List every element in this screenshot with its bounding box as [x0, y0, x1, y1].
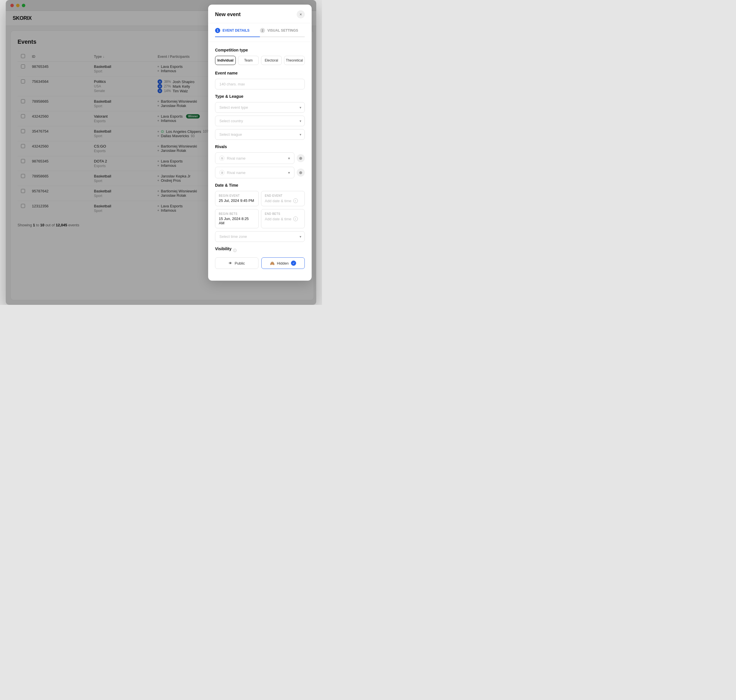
league-select-wrapper: Select league ▾: [215, 129, 305, 140]
rival-1-select[interactable]: ① Rival name ▾: [215, 152, 294, 164]
rivals-label: Rivals: [215, 144, 305, 149]
step-2[interactable]: 2 VISUAL SETTINGS: [260, 28, 305, 37]
begin-event-box[interactable]: BEGIN EVENT 25 Jul, 2024 9:45 PM: [215, 191, 259, 206]
public-eye-icon: 👁: [229, 261, 232, 265]
rivals-group: Rivals ① Rival name ▾ ⊕: [215, 144, 305, 178]
rival-2-select[interactable]: ② Rival name ▾: [215, 167, 294, 178]
hidden-selected-icon: ✓: [291, 260, 296, 266]
rival-1-add-button[interactable]: ⊕: [297, 154, 305, 162]
modal-header: New event ×: [208, 4, 311, 23]
date-time-label: Date & Time: [215, 183, 305, 188]
begin-bets-label: BEGIN BETS: [219, 212, 255, 215]
new-event-modal: New event × 1 EVENT DETAILS 2 VISUAL SET…: [208, 4, 311, 281]
end-bets-placeholder: Add date & time +: [265, 216, 301, 221]
visibility-group: Visibility ⓘ 👁 Public 🙈 Hidden ✓: [215, 247, 305, 269]
modal-title: New event: [215, 12, 241, 18]
visibility-public-button[interactable]: 👁 Public: [215, 257, 259, 269]
bets-dates-row: BEGIN BETS 15 Jun, 2024 8:25 AM END BETS…: [215, 209, 305, 228]
competition-type-group: Competition type Individual Team Elector…: [215, 48, 305, 65]
end-event-box[interactable]: END EVENT Add date & time +: [261, 191, 305, 206]
end-event-add-icon: +: [293, 199, 298, 203]
begin-event-value: 25 Jul, 2024 9:45 PM: [219, 199, 255, 203]
competition-type-label: Competition type: [215, 48, 305, 52]
end-bets-box[interactable]: END BETS Add date & time +: [261, 209, 305, 228]
hidden-label: Hidden: [277, 261, 289, 265]
comp-type-individual[interactable]: Individual: [215, 56, 236, 65]
begin-bets-value: 15 Jun, 2024 8:25 AM: [219, 216, 255, 225]
comp-type-team[interactable]: Team: [238, 56, 259, 65]
visibility-label: Visibility: [215, 247, 231, 251]
rival-2-add-button[interactable]: ⊕: [297, 169, 305, 176]
event-type-select[interactable]: Select event type: [215, 102, 305, 113]
modal-steps: 1 EVENT DETAILS 2 VISUAL SETTINGS: [208, 23, 311, 42]
step-1-label: EVENT DETAILS: [223, 28, 250, 32]
end-event-label: END EVENT: [265, 194, 301, 197]
modal-overlay: New event × 1 EVENT DETAILS 2 VISUAL SET…: [6, 0, 316, 305]
modal-close-button[interactable]: ×: [297, 10, 305, 18]
visibility-options: 👁 Public 🙈 Hidden ✓: [215, 257, 305, 269]
event-name-group: Event name: [215, 71, 305, 90]
type-league-label: Type & League: [215, 94, 305, 99]
rival-2-number: ②: [219, 170, 225, 175]
competition-type-buttons: Individual Team Electoral Theoretical: [215, 56, 305, 65]
visibility-header: Visibility ⓘ: [215, 247, 305, 254]
visibility-hidden-button[interactable]: 🙈 Hidden ✓: [261, 257, 305, 269]
rival-1-number: ①: [219, 156, 225, 161]
modal-body: Competition type Individual Team Elector…: [208, 42, 311, 280]
hidden-eye-icon: 🙈: [270, 261, 275, 265]
rival-2-placeholder: Rival name: [227, 171, 245, 175]
type-league-group: Type & League Select event type ▾ Select…: [215, 94, 305, 140]
begin-bets-box[interactable]: BEGIN BETS 15 Jun, 2024 8:25 AM: [215, 209, 259, 228]
main-area: Events 🔍 Sea... ID Type ↓ Event / Partic…: [6, 26, 316, 305]
step-1-number: 1: [215, 28, 220, 33]
rival-1-placeholder: Rival name: [227, 156, 245, 160]
league-select[interactable]: Select league: [215, 129, 305, 140]
country-select-wrapper: Select country ▾: [215, 116, 305, 126]
step-2-label: VISUAL SETTINGS: [267, 28, 298, 32]
event-name-label: Event name: [215, 71, 305, 75]
timezone-select-wrapper: Select time zone ▾: [215, 231, 305, 242]
end-event-placeholder: Add date & time +: [265, 199, 301, 203]
end-bets-label: END BETS: [265, 212, 301, 215]
rival-1-select-wrap: ① Rival name ▾: [215, 152, 294, 164]
step-1[interactable]: 1 EVENT DETAILS: [215, 28, 260, 37]
comp-type-electoral[interactable]: Electoral: [261, 56, 282, 65]
timezone-select[interactable]: Select time zone: [215, 231, 305, 242]
visibility-info-icon: ⓘ: [233, 248, 237, 253]
date-time-group: Date & Time BEGIN EVENT 25 Jul, 2024 9:4…: [215, 183, 305, 242]
country-select[interactable]: Select country: [215, 116, 305, 126]
begin-event-label: BEGIN EVENT: [219, 194, 255, 197]
rival-2-select-wrap: ② Rival name ▾: [215, 167, 294, 178]
event-type-select-wrapper: Select event type ▾: [215, 102, 305, 113]
rival-2-chevron-icon: ▾: [288, 171, 290, 175]
rival-2-row: ② Rival name ▾ ⊕: [215, 167, 305, 178]
step-2-number: 2: [260, 28, 265, 33]
event-name-input[interactable]: [215, 79, 305, 90]
end-bets-add-icon: +: [293, 216, 298, 221]
public-label: Public: [235, 261, 245, 265]
event-dates-row: BEGIN EVENT 25 Jul, 2024 9:45 PM END EVE…: [215, 191, 305, 206]
rival-1-row: ① Rival name ▾ ⊕: [215, 152, 305, 164]
modal-footer: Cancel Continue: [208, 280, 311, 281]
comp-type-theoretical[interactable]: Theoretical: [284, 56, 305, 65]
rival-1-chevron-icon: ▾: [288, 156, 290, 160]
